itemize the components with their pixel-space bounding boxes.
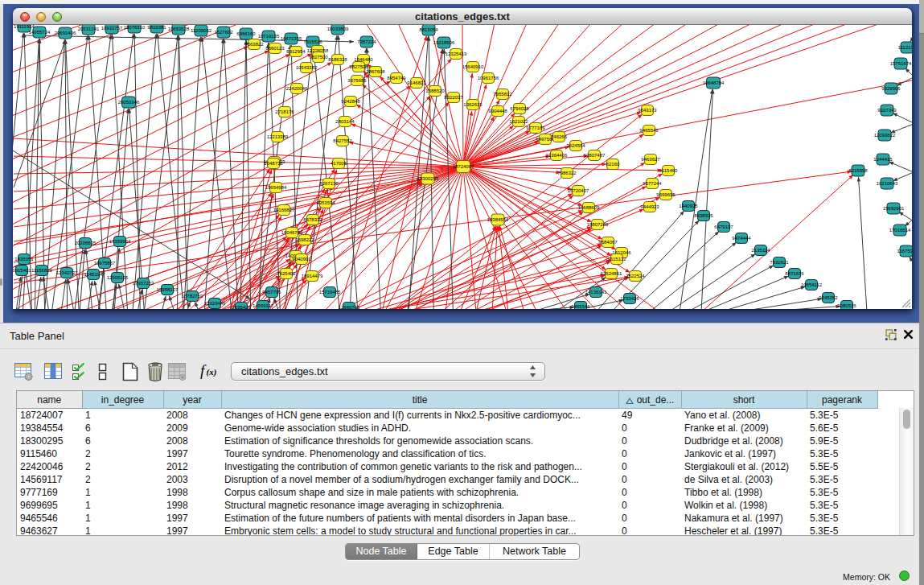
delete-column-icon[interactable] xyxy=(146,361,167,382)
node-label: 1588520 xyxy=(425,89,445,93)
node-label: 1112134 xyxy=(898,45,912,50)
node-label: 9635428 xyxy=(232,305,251,309)
table-row[interactable]: 969969511998Structural magnetic resonanc… xyxy=(17,499,877,512)
memory-status: Memory: OK xyxy=(843,572,890,582)
network-window-titlebar[interactable]: citations_edges.txt xyxy=(13,8,912,25)
node-label: 8186328 xyxy=(328,57,347,62)
column-header-name[interactable]: name xyxy=(17,391,82,409)
node-label: 11156829 xyxy=(31,268,52,273)
float-panel-icon[interactable] xyxy=(885,329,897,340)
column-header-year[interactable]: year xyxy=(163,391,221,409)
node-label: 17016514 xyxy=(889,228,911,233)
node-label: 18807249 xyxy=(587,222,609,227)
table-row[interactable]: 1456911722003Disruption of a novel membe… xyxy=(17,473,877,486)
node-label: 1440935 xyxy=(679,204,698,208)
table-row[interactable]: 1938455462009Genome-wide association stu… xyxy=(17,422,877,435)
node-label: 6479197 xyxy=(714,225,733,229)
node-label: 20206535 xyxy=(75,241,97,245)
table-row[interactable]: 946554611997Estimation of the future num… xyxy=(17,512,877,525)
node-label: 9242848 xyxy=(341,99,360,104)
node-label: 19654984 xyxy=(265,185,287,190)
network-view-window[interactable]: citations_edges.txt 19111914140557242069… xyxy=(13,8,912,309)
node-label: 10958107 xyxy=(157,287,179,292)
node-label: 6966160 xyxy=(236,31,256,36)
table-row[interactable]: 1872400712008Changes of HCN gene express… xyxy=(17,409,877,422)
node-label: 15692901 xyxy=(883,206,905,211)
resize-grip-icon[interactable] xyxy=(901,298,911,308)
node-label: 12960743 xyxy=(339,305,360,309)
table-vertical-scrollbar[interactable] xyxy=(899,408,914,535)
node-label: 15716485 xyxy=(319,290,341,295)
select-columns-icon[interactable] xyxy=(72,361,92,382)
node-label: 8938935 xyxy=(694,213,713,218)
scrollbar-thumb[interactable] xyxy=(903,410,910,429)
node-label: 8660123 xyxy=(265,46,285,51)
table-row[interactable]: 2242004622012Investigating the contribut… xyxy=(17,460,877,473)
node-label: 3624554 xyxy=(566,143,585,148)
node-label: 14055724 xyxy=(29,30,51,35)
node-label: 417006 xyxy=(331,161,347,166)
node-label: 12093822 xyxy=(874,133,896,138)
node-label: 12323446 xyxy=(204,301,226,306)
node-label: 2135114 xyxy=(752,248,771,253)
node-label: 19384554 xyxy=(487,217,509,222)
column-header-out_de...[interactable]: out_de... xyxy=(618,391,681,409)
node-label: 9245052 xyxy=(819,295,838,300)
node-label: 8678332 xyxy=(303,217,322,222)
node-label: 9227343 xyxy=(877,108,897,113)
network-canvas[interactable]: 1911191414055724206914062053124110931757… xyxy=(13,25,912,309)
function-builder-icon[interactable]: f (x) xyxy=(199,361,220,382)
node-label: 3698222 xyxy=(295,237,314,242)
row-height-icon[interactable] xyxy=(98,361,119,382)
node-label: 7632621 xyxy=(770,260,789,265)
table-mode-icon[interactable] xyxy=(14,361,35,382)
table-row[interactable]: 977716911998Corpus callosum shape and si… xyxy=(17,486,877,499)
table-tabs: Node TableEdge TableNetwork Table xyxy=(345,543,580,560)
column-header-pagerank[interactable]: pagerank xyxy=(807,391,877,409)
node-label: 22420046 xyxy=(286,86,308,91)
node-label: 746266 xyxy=(551,134,568,139)
node-label: 2718176 xyxy=(275,109,294,114)
show-columns-icon[interactable] xyxy=(44,361,65,382)
node-label: 17957253 xyxy=(133,281,154,286)
node-label: 1167534 xyxy=(897,249,912,253)
column-header-title[interactable]: title xyxy=(221,391,618,409)
table-row[interactable]: 1830029562008Estimation of significance … xyxy=(17,435,877,447)
node-label: 2803144 xyxy=(335,119,355,124)
node-label: 13524861 xyxy=(601,271,622,276)
node-label: 10688609 xyxy=(578,205,600,210)
node-label: 10807487 xyxy=(584,153,606,158)
node-label: 1615132 xyxy=(607,257,626,262)
node-label: 17359934 xyxy=(109,239,131,244)
tab-edge-table[interactable]: Edge Table xyxy=(417,544,490,559)
node-label: 10648784 xyxy=(703,80,725,85)
create-column-icon[interactable] xyxy=(121,361,142,382)
node-label: 15751674 xyxy=(890,61,912,66)
node-label: 16782759 xyxy=(182,294,203,299)
node-label: 12505135 xyxy=(107,275,129,280)
close-panel-icon[interactable] xyxy=(904,330,913,339)
delete-table-icon[interactable] xyxy=(168,361,189,382)
tab-node-table[interactable]: Node Table xyxy=(346,544,417,559)
tab-network-table[interactable]: Network Table xyxy=(490,544,579,559)
table-selector-combo[interactable]: citations_edges.txt xyxy=(231,362,545,381)
node-label: 9146821 xyxy=(407,80,426,85)
node-label: 10543382 xyxy=(296,65,318,70)
table-row[interactable]: 946362711997Embryonic stem cells: a mode… xyxy=(17,525,877,536)
node-label: 6794028 xyxy=(510,106,529,111)
app-window-left-edge xyxy=(0,4,3,323)
column-header-in_degree[interactable]: in_degree xyxy=(82,391,163,409)
node-label: 1362615 xyxy=(463,102,483,107)
sort-ascending-icon xyxy=(626,398,634,404)
node-label: 16914479 xyxy=(302,274,323,278)
column-header-short[interactable]: short xyxy=(681,391,807,409)
node-label: 18076310 xyxy=(124,25,146,30)
network-window-title: citations_edges.txt xyxy=(13,8,912,25)
node-label: 13325419 xyxy=(446,51,467,56)
node-label: 1621022 xyxy=(509,119,528,124)
table-row[interactable]: 911546021997Tourette syndrome. Phenomeno… xyxy=(17,447,877,460)
network-graph[interactable]: 1911191414055724206914062053124110931757… xyxy=(13,25,912,309)
node-label: 10961756 xyxy=(478,76,499,80)
combo-arrows-icon xyxy=(529,365,536,378)
table-panel-title: Table Panel xyxy=(10,330,64,342)
